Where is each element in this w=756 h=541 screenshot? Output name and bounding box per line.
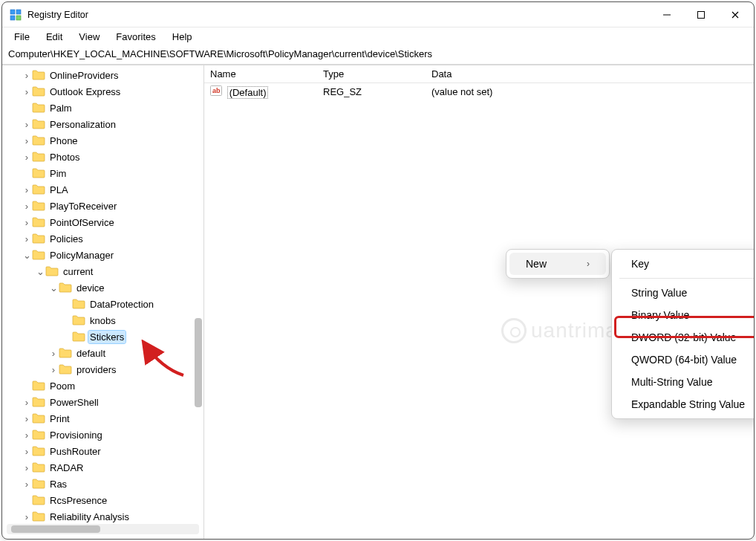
chevron-down-icon[interactable]: ⌄ <box>48 283 59 293</box>
column-name[interactable]: Name <box>204 68 317 80</box>
folder-icon <box>32 511 45 522</box>
tree-item-onlineproviders[interactable]: ›OnlineProviders <box>2 67 203 83</box>
tree-item-pointofservice[interactable]: ›PointOfService <box>2 214 203 230</box>
column-type[interactable]: Type <box>317 68 426 80</box>
tree-item-palm[interactable]: Palm <box>2 100 203 116</box>
chevron-right-icon[interactable]: › <box>22 201 32 211</box>
regedit-icon <box>10 9 22 21</box>
chevron-down-icon[interactable]: ⌄ <box>35 267 45 276</box>
folder-icon <box>32 494 45 506</box>
horizontal-scrollbar-thumb[interactable] <box>11 525 100 533</box>
folder-icon <box>45 265 59 277</box>
chevron-right-icon[interactable]: › <box>22 87 32 97</box>
tree-item-pla[interactable]: ›PLA <box>2 181 203 198</box>
folder-icon <box>32 412 45 424</box>
titlebar: Registry Editor <box>2 2 754 27</box>
value-data: (value not set) <box>426 86 754 97</box>
address-bar[interactable]: Computer\HKEY_LOCAL_MACHINE\SOFTWARE\Mic… <box>2 45 754 65</box>
chevron-right-icon[interactable]: › <box>22 234 32 244</box>
folder-icon <box>32 85 45 97</box>
chevron-right-icon: › <box>564 259 590 269</box>
tree-item-ras[interactable]: ›Ras <box>2 476 203 492</box>
chevron-right-icon[interactable]: › <box>22 185 32 195</box>
folder-icon <box>32 445 45 457</box>
tree-item-pushrouter[interactable]: ›PushRouter <box>2 443 203 459</box>
ctx-item-string[interactable]: String Value <box>615 282 754 304</box>
chevron-right-icon[interactable]: › <box>22 120 32 129</box>
chevron-right-icon[interactable]: › <box>22 430 32 440</box>
folder-icon <box>32 69 45 81</box>
chevron-right-icon[interactable]: › <box>22 136 32 146</box>
tree-item-default[interactable]: ›default <box>2 345 203 361</box>
chevron-right-icon[interactable]: › <box>22 152 32 162</box>
tree-item-personalization[interactable]: ›Personalization <box>2 116 203 132</box>
chevron-right-icon[interactable]: › <box>22 71 32 80</box>
tree-item-print[interactable]: ›Print <box>2 410 203 427</box>
menu-help[interactable]: Help <box>165 30 200 44</box>
chevron-right-icon[interactable]: › <box>22 218 32 227</box>
tree-item-poom[interactable]: Poom <box>2 378 203 394</box>
value-row[interactable]: ab (Default) REG_SZ (value not set) <box>204 83 754 100</box>
chevron-right-icon[interactable]: › <box>48 349 59 358</box>
chevron-right-icon[interactable]: › <box>22 463 32 473</box>
minimize-button[interactable] <box>650 3 684 27</box>
tree-item-radar[interactable]: ›RADAR <box>2 459 203 476</box>
ctx-item-expandstring[interactable]: Expandable String Value <box>615 393 754 415</box>
tree-item-device[interactable]: ⌄device <box>2 279 203 296</box>
tree-item-reliability-analysis[interactable]: ›Reliability Analysis <box>2 508 203 522</box>
tree-item-label: OnlineProviders <box>48 69 120 82</box>
chevron-down-icon[interactable]: ⌄ <box>22 250 32 260</box>
folder-icon <box>32 200 45 212</box>
ctx-item-new[interactable]: New› <box>509 253 606 275</box>
tree-item-label: Personalization <box>48 118 117 131</box>
tree-item-policymanager[interactable]: ⌄PolicyManager <box>2 247 203 263</box>
chevron-right-icon[interactable]: › <box>22 512 32 522</box>
tree-item-knobs[interactable]: knobs <box>2 312 203 328</box>
window-title: Registry Editor <box>27 10 88 20</box>
chevron-right-icon[interactable]: › <box>22 447 32 456</box>
chevron-right-icon[interactable]: › <box>22 398 32 407</box>
chevron-right-icon[interactable]: › <box>22 479 32 489</box>
tree-item-playtoreceiver[interactable]: ›PlayToReceiver <box>2 198 203 214</box>
menu-view[interactable]: View <box>71 30 107 44</box>
tree-item-photos[interactable]: ›Photos <box>2 149 203 165</box>
tree-item-dataprotection[interactable]: DataProtection <box>2 296 203 312</box>
column-data[interactable]: Data <box>426 68 754 80</box>
ctx-item-binary[interactable]: Binary Value <box>615 304 754 326</box>
tree-item-policies[interactable]: ›Policies <box>2 230 203 247</box>
folder-icon <box>32 461 45 473</box>
tree-view[interactable]: ›OnlineProviders›Outlook ExpressPalm›Per… <box>2 65 203 522</box>
tree-item-label: PLA <box>48 184 70 196</box>
tree-item-pim[interactable]: Pim <box>2 165 203 181</box>
chevron-right-icon[interactable]: › <box>22 414 32 424</box>
tree-item-outlook-express[interactable]: ›Outlook Express <box>2 83 203 100</box>
tree-item-label: providers <box>75 363 117 376</box>
ctx-item-key[interactable]: Key <box>615 253 754 275</box>
tree-item-phone[interactable]: ›Phone <box>2 132 203 149</box>
tree-item-label: default <box>75 347 107 360</box>
address-text: Computer\HKEY_LOCAL_MACHINE\SOFTWARE\Mic… <box>8 48 432 59</box>
ctx-item-dword[interactable]: DWORD (32-bit) Value <box>615 326 754 349</box>
tree-item-providers[interactable]: ›providers <box>2 361 203 378</box>
ctx-item-qword[interactable]: QWORD (64-bit) Value <box>615 349 754 371</box>
tree-item-provisioning[interactable]: ›Provisioning <box>2 427 203 443</box>
tree-item-current[interactable]: ⌄current <box>2 263 203 279</box>
menu-favorites[interactable]: Favorites <box>108 30 163 44</box>
tree-item-label: Ras <box>48 478 68 490</box>
close-button[interactable] <box>718 3 752 27</box>
maximize-button[interactable] <box>684 3 718 27</box>
tree-item-rcspresence[interactable]: RcsPresence <box>2 492 203 508</box>
horizontal-scrollbar[interactable] <box>7 524 199 534</box>
tree-item-powershell[interactable]: ›PowerShell <box>2 394 203 410</box>
tree-item-stickers[interactable]: Stickers <box>2 328 203 345</box>
tree-item-label: PolicyManager <box>48 249 115 262</box>
tree-item-label: Phone <box>48 135 79 147</box>
tree-item-label: Outlook Express <box>48 85 122 98</box>
svg-rect-2 <box>10 16 15 20</box>
chevron-right-icon[interactable]: › <box>48 365 59 375</box>
menu-edit[interactable]: Edit <box>39 30 70 44</box>
menu-file[interactable]: File <box>7 30 37 44</box>
vertical-scrollbar-thumb[interactable] <box>195 318 202 407</box>
string-value-icon: ab <box>210 85 222 96</box>
ctx-item-multistring[interactable]: Multi-String Value <box>615 371 754 393</box>
